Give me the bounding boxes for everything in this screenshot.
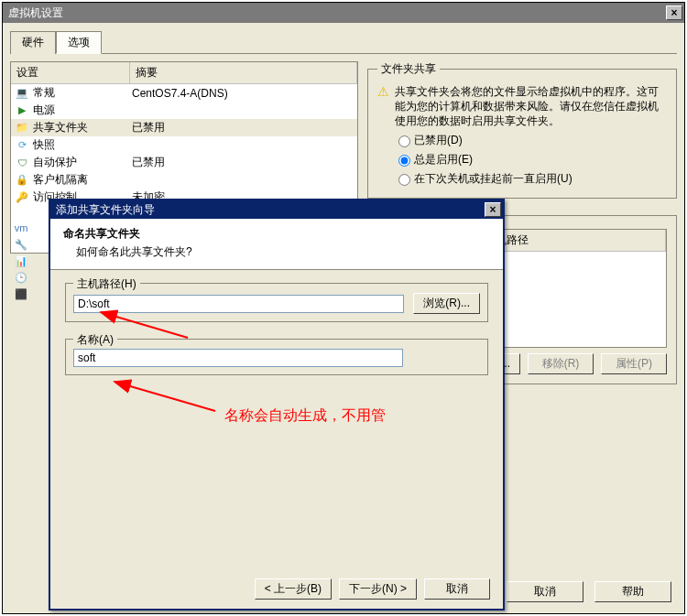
help-button[interactable]: 帮助	[594, 581, 671, 602]
row-name: 共享文件夹	[33, 120, 132, 135]
folder-icon: 📁	[15, 121, 29, 135]
power-icon: ▶	[15, 103, 29, 118]
stub-icon: ⬛	[14, 286, 28, 301]
monitor-icon: 💻	[15, 86, 29, 101]
row-name: 自动保护	[33, 155, 132, 170]
name-group: 名称(A)	[65, 339, 488, 375]
back-button[interactable]: < 上一步(B)	[255, 578, 332, 600]
list-item[interactable]: 🛡 自动保护 已禁用	[11, 154, 357, 171]
radio-label: 已禁用(D)	[414, 134, 463, 146]
radio-always-input[interactable]	[398, 155, 410, 167]
list-item[interactable]: 🔒 客户机隔离	[11, 171, 357, 189]
stub-icon: 🕒	[14, 270, 28, 285]
cancel-button[interactable]: 取消	[507, 581, 583, 602]
browse-button[interactable]: 浏览(R)...	[413, 293, 480, 314]
wizard-dialog: 添加共享文件夹向导 × 命名共享文件夹 如何命名此共享文件夹? 主机路径(H) …	[49, 199, 505, 611]
radio-label: 在下次关机或挂起前一直启用(U)	[414, 172, 572, 185]
radio-label: 总是启用(E)	[414, 153, 473, 166]
list-item[interactable]: ▶ 电源	[11, 102, 357, 119]
titlebar: 虚拟机设置 ×	[3, 3, 684, 23]
stub-icon: 📊	[14, 254, 28, 268]
row-name: 客户机隔离	[33, 172, 132, 188]
share-group: 文件夹共享 ⚠ 共享文件夹会将您的文件显示给虚拟机中的程序。这可能为您的计算机和…	[367, 61, 677, 199]
annotation-text: 名称会自动生成，不用管	[224, 406, 386, 426]
row-summary: 已禁用	[132, 120, 355, 135]
list-item[interactable]: ⟳ 快照	[11, 136, 357, 154]
warning-icon: ⚠	[377, 84, 389, 99]
radio-disabled[interactable]: 已禁用(D)	[394, 133, 667, 148]
col-summary: 摘要	[130, 62, 357, 83]
wizard-header: 命名共享文件夹 如何命名此共享文件夹?	[50, 219, 503, 270]
lock-icon: 🔒	[15, 173, 29, 188]
close-icon[interactable]: ×	[485, 202, 501, 217]
host-path-group: 主机路径(H) 浏览(R)...	[65, 283, 488, 322]
tab-hardware[interactable]: 硬件	[10, 31, 56, 54]
tab-options[interactable]: 选项	[56, 31, 102, 54]
wizard-cancel-button[interactable]: 取消	[424, 578, 490, 600]
next-button[interactable]: 下一步(N) >	[339, 578, 417, 600]
remove-button: 移除(R)	[528, 353, 594, 374]
wizard-body: 主机路径(H) 浏览(R)... 名称(A)	[50, 270, 503, 405]
host-path-input[interactable]	[73, 295, 404, 313]
settings-window: 虚拟机设置 × 硬件 选项 设置 摘要 💻 常规 CentOS7.4-A(DNS…	[2, 2, 685, 614]
stub-icon: 🔧	[14, 237, 28, 252]
fcol-path: 主机路径	[479, 230, 666, 251]
stub-icon: vm	[14, 221, 28, 235]
row-name: 电源	[33, 103, 132, 118]
list-item[interactable]: 📁 共享文件夹 已禁用	[11, 119, 357, 136]
wizard-buttons: < 上一步(B) 下一步(N) > 取消	[255, 578, 490, 600]
row-summary: 已禁用	[132, 155, 355, 170]
name-label: 名称(A)	[73, 332, 117, 348]
share-legend: 文件夹共享	[377, 61, 440, 77]
close-icon[interactable]: ×	[666, 5, 682, 20]
wizard-heading: 命名共享文件夹	[63, 226, 490, 242]
hidden-list-icons: vm 🔧 📊 🕒 ⬛	[10, 221, 36, 303]
host-path-label: 主机路径(H)	[73, 276, 140, 292]
wizard-title: 添加共享文件夹向导	[56, 202, 155, 218]
warning-row: ⚠ 共享文件夹会将您的文件显示给虚拟机中的程序。这可能为您的计算机和数据带来风险…	[377, 84, 667, 129]
row-name: 常规	[33, 85, 132, 101]
wizard-titlebar: 添加共享文件夹向导 ×	[50, 200, 503, 219]
wizard-subheading: 如何命名此共享文件夹?	[76, 244, 490, 260]
row-name: 快照	[33, 137, 132, 153]
snapshot-icon: ⟳	[15, 138, 29, 153]
dialog-buttons: 取消 帮助	[507, 581, 671, 602]
properties-button: 属性(P)	[601, 353, 667, 374]
name-input[interactable]	[73, 349, 403, 367]
radio-disabled-input[interactable]	[398, 135, 410, 147]
warning-text: 共享文件夹会将您的文件显示给虚拟机中的程序。这可能为您的计算机和数据带来风险。请…	[395, 84, 667, 129]
list-item[interactable]: 💻 常规 CentOS7.4-A(DNS)	[11, 84, 357, 102]
key-icon: 🔑	[15, 190, 29, 205]
tabs: 硬件 选项	[3, 23, 684, 53]
radio-until-input[interactable]	[398, 174, 410, 186]
col-setting: 设置	[11, 62, 130, 83]
shield-icon: 🛡	[15, 156, 29, 170]
row-summary: CentOS7.4-A(DNS)	[132, 87, 355, 100]
radio-always[interactable]: 总是启用(E)	[394, 152, 667, 168]
window-title: 虚拟机设置	[8, 5, 63, 21]
radio-until[interactable]: 在下次关机或挂起前一直启用(U)	[394, 171, 667, 187]
list-header: 设置 摘要	[11, 62, 357, 84]
